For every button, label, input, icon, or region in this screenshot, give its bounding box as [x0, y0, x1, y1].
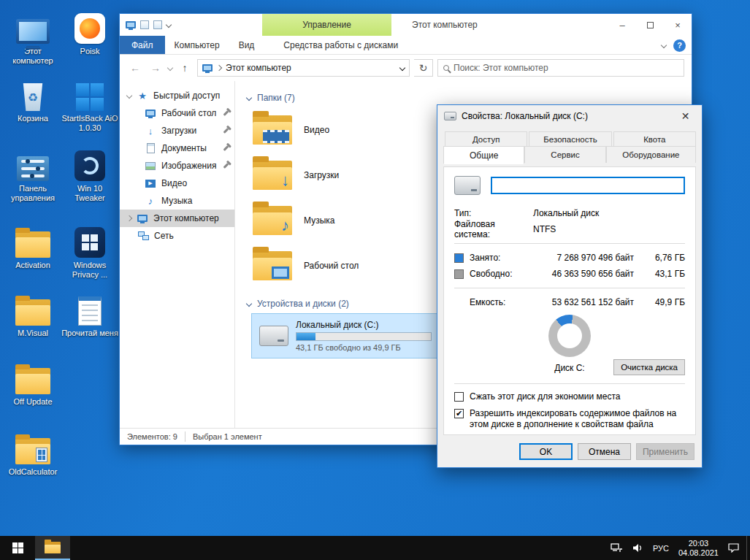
address-dropdown-chevron-icon[interactable]	[399, 65, 405, 71]
folder-icon	[15, 291, 50, 326]
explorer-titlebar[interactable]: Управление Этот компьютер – ×	[120, 14, 692, 36]
desktop-icon-oldcalculator[interactable]: OldCalculator	[4, 429, 61, 477]
network-icon[interactable]	[611, 543, 623, 553]
desktop-icon-label: OldCalculator	[9, 467, 58, 477]
tab-tools[interactable]: Сервис	[524, 146, 605, 163]
volume-icon[interactable]	[632, 543, 643, 553]
address-bar: ← → ↑ Этот компьютер ↻	[120, 55, 692, 81]
chevron-down-icon[interactable]	[126, 93, 132, 99]
drive-item-c[interactable]: Локальный диск (C:) 43,1 ГБ свободно из …	[251, 313, 440, 358]
status-divider	[185, 431, 185, 442]
search-input[interactable]	[454, 63, 678, 73]
back-button[interactable]: ←	[127, 62, 143, 74]
nav-item-pictures[interactable]: Изображения	[120, 157, 234, 174]
desktop-icon-startisback[interactable]: StartIsBack AiO 1.0.30	[61, 76, 118, 133]
collapse-chevron-icon[interactable]	[246, 301, 252, 307]
folders-group-header[interactable]: Папки (7)	[247, 93, 684, 103]
desktop-icon-label: Корзина	[18, 114, 48, 123]
desktop-icon-windows-privacy[interactable]: Windows Privacy ...	[61, 223, 118, 280]
nav-this-pc[interactable]: Этот компьютер	[120, 210, 234, 227]
action-center-icon[interactable]	[728, 543, 739, 553]
free-size: 43,1 ГБ	[640, 269, 685, 279]
desktop-icon-mvisual[interactable]: M.Visual	[4, 291, 61, 338]
pin-icon	[223, 110, 229, 116]
desktop-icon-poisk[interactable]: Poisk	[61, 9, 118, 56]
nav-item-label: Рабочий стол	[161, 108, 220, 118]
index-checkbox-row[interactable]: ✔ Разрешить индексировать содержимое фай…	[454, 408, 685, 430]
nav-item-label: Загрузки	[161, 126, 220, 136]
close-button[interactable]: ×	[664, 14, 692, 36]
refresh-button[interactable]: ↻	[414, 59, 433, 77]
nav-item-desktop[interactable]: Рабочий стол	[120, 104, 234, 122]
tab-computer[interactable]: Компьютер	[165, 36, 229, 54]
computer-icon	[126, 21, 136, 28]
compress-checkbox[interactable]: ✔	[454, 392, 464, 402]
separator	[454, 383, 685, 384]
desktop-icon-this-pc[interactable]: Этот компьютер	[4, 9, 61, 66]
apply-button[interactable]: Применить	[636, 443, 694, 460]
desktop-icon-win10-tweaker[interactable]: Win 10 Tweaker	[61, 146, 118, 203]
tab-view[interactable]: Вид	[229, 36, 264, 54]
minimize-button[interactable]: –	[608, 14, 636, 36]
windows-logo-icon	[12, 542, 23, 553]
volume-label-input[interactable]	[491, 177, 685, 194]
collapse-chevron-icon[interactable]	[246, 95, 252, 101]
nav-item-documents[interactable]: Документы	[120, 139, 234, 157]
compress-checkbox-row[interactable]: ✔ Сжать этот диск для экономии места	[454, 391, 685, 402]
tab-access[interactable]: Доступ	[445, 131, 527, 146]
taskbar-clock[interactable]: 20:03 04.08.2021	[678, 539, 719, 558]
expand-ribbon-chevron-icon[interactable]	[661, 42, 667, 48]
address-box[interactable]: Этот компьютер	[197, 59, 410, 77]
tab-quota[interactable]: Квота	[613, 131, 696, 146]
tab-disk-tools[interactable]: Средства работы с дисками	[274, 36, 407, 54]
desktop-icon-activation[interactable]: Activation	[4, 223, 61, 270]
nav-network[interactable]: Сеть	[120, 227, 234, 245]
help-icon[interactable]: ?	[673, 39, 686, 52]
nav-quick-access[interactable]: ★ Быстрый доступ	[120, 87, 234, 104]
breadcrumb-chevron-icon[interactable]	[216, 65, 222, 71]
nav-item-videos[interactable]: ▶ Видео	[120, 174, 234, 192]
type-value: Локальный диск	[533, 208, 599, 218]
hard-disk-icon	[454, 176, 481, 195]
language-indicator[interactable]: РУС	[653, 544, 669, 553]
desktop-icon-readme[interactable]: Прочитай меня	[61, 291, 118, 338]
qat-customize-chevron-icon[interactable]	[166, 22, 172, 28]
tab-general[interactable]: Общие	[443, 146, 524, 164]
context-tab-manage[interactable]: Управление	[262, 14, 391, 36]
properties-icon[interactable]	[140, 20, 149, 29]
maximize-button[interactable]	[636, 14, 664, 36]
chevron-right-icon[interactable]	[126, 215, 132, 221]
show-desktop-button[interactable]	[746, 536, 750, 560]
tab-security[interactable]: Безопасность	[529, 131, 611, 146]
taskbar-file-explorer-button[interactable]	[35, 536, 70, 560]
used-size: 6,76 ГБ	[640, 253, 685, 263]
nav-item-downloads[interactable]: ↓ Загрузки	[120, 122, 234, 139]
desktop-icon-recycle-bin[interactable]: ♻ Корзина	[4, 76, 61, 123]
dialog-close-button[interactable]: ✕	[669, 105, 702, 127]
tab-file[interactable]: Файл	[120, 36, 165, 54]
breadcrumb-location[interactable]: Этот компьютер	[226, 63, 291, 73]
index-checkbox[interactable]: ✔	[454, 409, 464, 418]
start-button[interactable]	[0, 536, 35, 560]
forward-button[interactable]: →	[148, 62, 164, 74]
cancel-button[interactable]: Отмена	[578, 443, 631, 460]
desktop-icon-control-panel[interactable]: Панель управления	[4, 146, 61, 203]
folder-item-music[interactable]: ♪ Музыка	[247, 198, 429, 243]
disk-cleanup-button[interactable]: Очистка диска	[613, 359, 685, 375]
recent-locations-chevron-icon[interactable]	[167, 65, 173, 71]
items-count: Элементов: 9	[127, 432, 177, 441]
separator	[454, 243, 685, 244]
nav-item-music[interactable]: ♪ Музыка	[120, 192, 234, 210]
poisk-app-icon	[74, 9, 105, 44]
desktop-icon-off-update[interactable]: Off Update	[4, 359, 61, 407]
search-box[interactable]	[437, 59, 684, 77]
folder-item-videos[interactable]: Видео	[247, 107, 429, 153]
new-folder-icon[interactable]	[153, 20, 162, 29]
up-button[interactable]: ↑	[177, 62, 193, 74]
desktop-icon-label: Activation	[15, 261, 50, 270]
dialog-titlebar[interactable]: Свойства: Локальный диск (C:) ✕	[437, 105, 702, 127]
folder-item-downloads[interactable]: ↓ Загрузки	[247, 153, 429, 198]
tab-hardware[interactable]: Оборудование	[606, 146, 696, 163]
ok-button[interactable]: OK	[519, 443, 573, 460]
folder-item-desktop[interactable]: Рабочий стол	[247, 243, 429, 288]
